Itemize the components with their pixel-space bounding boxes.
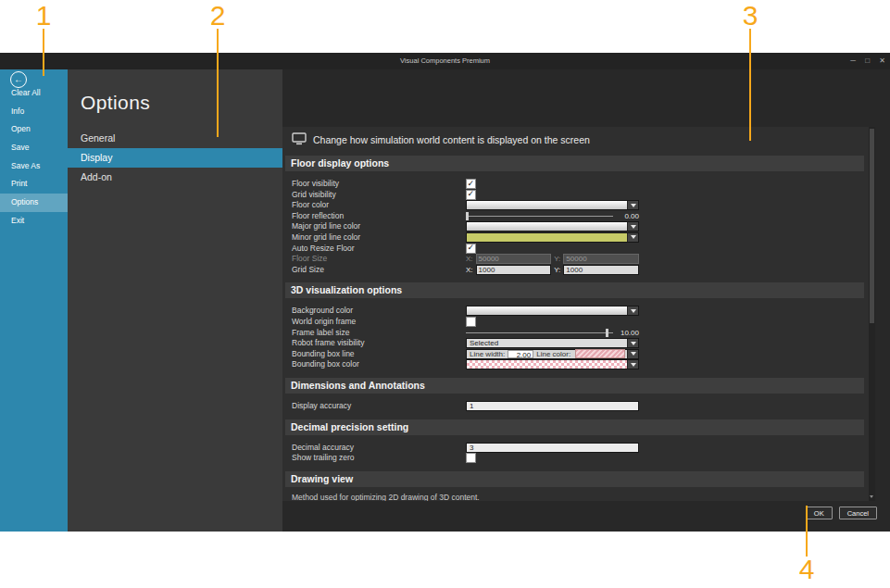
triangle <box>631 309 636 313</box>
minimize-button[interactable]: ─ <box>850 56 856 65</box>
nav-item-add-on[interactable]: Add-on <box>68 168 282 187</box>
slider-thumb[interactable] <box>606 329 608 337</box>
scrollbar[interactable] <box>869 127 875 501</box>
color-dropdown[interactable] <box>466 359 639 369</box>
app-window: Visual Components Premium ─ □ ✕ ← Clear … <box>0 53 890 532</box>
section-header-drawing-view: Drawing view <box>285 471 864 487</box>
x-input[interactable]: 1000 <box>476 265 552 275</box>
color-swatch <box>467 233 627 242</box>
field-control: 0.00 <box>466 211 639 221</box>
display-options-panel: Change how simulation world content is d… <box>282 127 875 501</box>
text-input[interactable]: 3 <box>466 443 639 453</box>
backstage-sidebar: ← Clear AllInfoOpenSaveSave AsPrintOptio… <box>0 69 68 532</box>
dropdown[interactable]: Selected <box>466 338 639 348</box>
tutorial-image: 1 2 3 4 Visual Components Premium ─ □ ✕ … <box>0 0 890 588</box>
sidebar-item-options[interactable]: Options <box>0 194 68 212</box>
slider-value: 0.00 <box>624 212 639 220</box>
form-row: Display accuracy1 <box>285 401 864 412</box>
nav-item-general[interactable]: General <box>68 129 282 148</box>
callout-2: 2 <box>206 1 230 31</box>
line-width-input[interactable]: 2.00 <box>508 350 533 358</box>
field-control: 3 <box>466 443 639 453</box>
titlebar: Visual Components Premium ─ □ ✕ <box>0 53 890 69</box>
sidebar-item-exit[interactable]: Exit <box>0 212 68 231</box>
color-dropdown[interactable] <box>466 200 639 210</box>
sidebar-item-save-as[interactable]: Save As <box>0 157 68 176</box>
sidebar-item-save[interactable]: Save <box>0 139 68 157</box>
back-arrow-icon: ← <box>14 74 23 84</box>
field-control <box>466 179 639 189</box>
chevron-down-icon[interactable] <box>627 339 638 347</box>
chevron-down-icon[interactable] <box>627 360 638 369</box>
x-input: 50000 <box>476 254 552 264</box>
x-label: X: <box>466 266 473 274</box>
callout-line-3 <box>749 29 751 141</box>
triangle <box>631 204 636 207</box>
form-row: Frame label size10.00 <box>285 328 864 339</box>
field-control <box>466 306 639 316</box>
dropdown-value: Selected <box>467 339 627 347</box>
maximize-button[interactable]: □ <box>865 56 870 65</box>
checkbox[interactable] <box>466 179 476 189</box>
checkbox[interactable] <box>466 453 476 463</box>
color-swatch <box>467 360 627 369</box>
slider[interactable]: 0.00 <box>466 211 639 221</box>
color-dropdown[interactable] <box>466 232 639 243</box>
section-header-floor-display-options: Floor display options <box>285 156 864 171</box>
field-control <box>466 232 639 243</box>
nav-item-display[interactable]: Display <box>68 148 282 168</box>
chevron-down-icon[interactable] <box>627 222 638 231</box>
color-dropdown[interactable] <box>466 221 639 231</box>
form-row: Minor grid line color <box>285 232 864 244</box>
chevron-down-icon[interactable] <box>627 201 638 209</box>
field-control <box>466 317 639 327</box>
dialog-footer: OK Cancel <box>806 507 877 519</box>
sidebar-item-clear-all[interactable]: Clear All <box>0 84 68 103</box>
checkbox[interactable] <box>466 190 476 200</box>
section-rows: Floor visibilityGrid visibilityFloor col… <box>285 179 864 275</box>
slider-track <box>466 216 613 217</box>
window-controls: ─ □ ✕ <box>843 53 885 69</box>
field-control: 10.00 <box>466 328 639 338</box>
form-row: Floor SizeX:50000Y:50000 <box>285 254 864 265</box>
form-row: Grid SizeX:1000Y:1000 <box>285 265 864 276</box>
form-row: Bounding box color <box>285 359 864 370</box>
y-input[interactable]: 1000 <box>563 265 639 275</box>
color-dropdown[interactable] <box>466 306 639 316</box>
slider[interactable]: 10.00 <box>466 328 639 338</box>
field-control: Line width:2.00Line color: <box>466 349 639 359</box>
content-area: Change how simulation world content is d… <box>282 69 890 532</box>
section-rows: Decimal accuracy3Show trailing zero <box>285 443 864 464</box>
field-control <box>466 200 639 210</box>
checkbox[interactable] <box>466 317 476 327</box>
sidebar-item-open[interactable]: Open <box>0 120 68 139</box>
sidebar-item-print[interactable]: Print <box>0 175 68 194</box>
color-swatch <box>467 222 627 231</box>
line-color-swatch[interactable] <box>575 349 625 358</box>
field-control <box>466 221 639 231</box>
close-button[interactable]: ✕ <box>879 56 885 65</box>
form-row: Background color <box>285 306 864 317</box>
scroll-down-arrow-icon[interactable] <box>870 495 873 498</box>
field-control <box>466 244 639 254</box>
ok-button[interactable]: OK <box>806 507 833 519</box>
checkbox[interactable] <box>466 244 476 254</box>
slider-thumb[interactable] <box>466 212 469 220</box>
cancel-button[interactable]: Cancel <box>839 507 877 519</box>
callout-line-4 <box>806 506 808 557</box>
triangle <box>631 352 636 356</box>
form-row: Bounding box lineLine width:2.00Line col… <box>285 349 864 360</box>
chevron-down-icon[interactable] <box>627 307 638 315</box>
chevron-down-icon[interactable] <box>627 350 638 358</box>
chevron-down-icon[interactable] <box>627 233 638 242</box>
y-label: Y: <box>554 266 560 274</box>
form-row: Grid visibility <box>285 190 864 201</box>
form-row: Robot frame visibilitySelected <box>285 338 864 349</box>
triangle <box>631 363 636 367</box>
text-input[interactable]: 1 <box>466 401 639 411</box>
x-label: X: <box>466 255 473 263</box>
callout-line-1 <box>43 29 44 76</box>
backstage-menu: Clear AllInfoOpenSaveSave AsPrintOptions… <box>0 84 68 231</box>
scrollbar-thumb[interactable] <box>870 129 874 323</box>
sidebar-item-info[interactable]: Info <box>0 103 68 121</box>
